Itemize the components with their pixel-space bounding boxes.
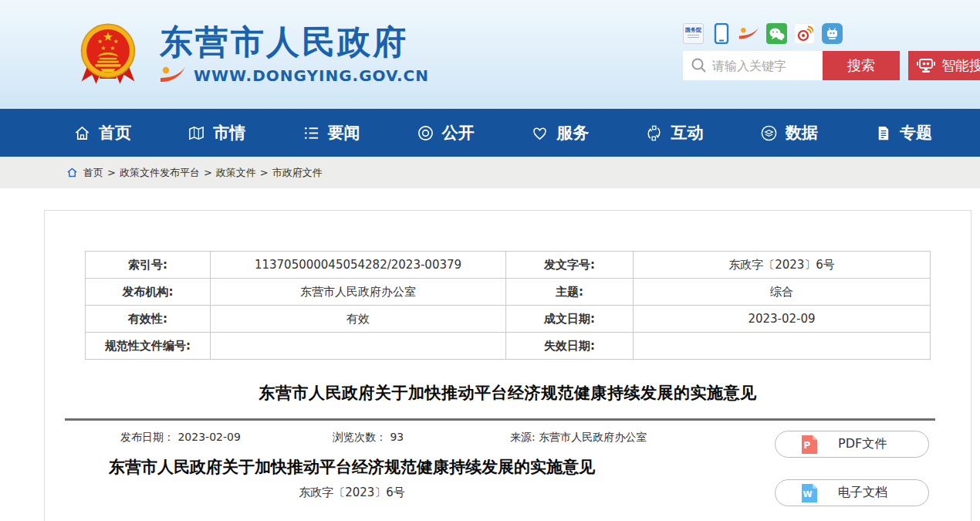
state-council-app-icon[interactable]: 国务院 (683, 23, 704, 44)
breadcrumb-separator: > (260, 167, 269, 178)
views-value: 93 (390, 431, 404, 443)
meta-value-topic: 综合 (634, 279, 931, 306)
meta-label-written-date: 成文日期: (506, 306, 634, 333)
quick-links: 国务院 (683, 23, 843, 44)
source-label: 来源: (510, 431, 536, 443)
nav-item-city[interactable]: 市情 (188, 122, 245, 144)
mobile-site-icon[interactable] (711, 23, 732, 44)
home-icon (73, 124, 91, 142)
publish-date-label: 发布日期： (120, 431, 174, 443)
table-row: 有效性: 有效 成文日期: 2023-02-09 (86, 306, 931, 333)
pdf-file-icon: P (801, 435, 818, 455)
breadcrumb-item-current: 市政府文件 (272, 166, 323, 180)
breadcrumb-item-home[interactable]: 首页 (83, 166, 103, 180)
smart-search-button[interactable]: 智能搜索 (908, 51, 980, 80)
svg-text:W: W (803, 489, 812, 499)
site-name: 东营市人民政府 (160, 24, 429, 60)
brand-swoosh-icon (160, 66, 186, 86)
table-row: 索引号: 113705000045054282/2023-00379 发文字号:… (86, 252, 931, 279)
meta-value-written-date: 2023-02-09 (634, 306, 931, 333)
nav-item-services[interactable]: 服务 (531, 122, 589, 144)
title-divider (65, 418, 935, 421)
brand-swoosh-icon[interactable] (738, 23, 759, 44)
breadcrumb-home-icon (66, 167, 78, 178)
word-file-icon: W (801, 483, 818, 503)
meta-label-validity: 有效性: (86, 306, 211, 333)
national-emblem-logo (75, 20, 141, 90)
breadcrumb-separator: > (204, 167, 212, 178)
site-brand[interactable]: 东营市人民政府 WWW.DONGYING.GOV.CN (75, 20, 429, 90)
main-nav: 首页 市情 要闻 公开 服务 互动 数据 专题 (0, 109, 980, 157)
breadcrumb-item-platform[interactable]: 政策文件发布平台 (120, 166, 200, 180)
meta-label-docnum: 发文字号: (506, 252, 634, 279)
nav-item-news[interactable]: 要闻 (302, 122, 360, 144)
data-layers-icon (760, 124, 778, 142)
pdf-button-label: PDF文件 (838, 436, 887, 452)
source-value: 东营市人民政府办公室 (539, 431, 647, 443)
nav-item-topics[interactable]: 专题 (874, 122, 932, 144)
svg-text:P: P (804, 440, 811, 451)
meta-label-expiry-date: 失效日期: (506, 333, 634, 360)
document-meta-table: 索引号: 113705000045054282/2023-00379 发文字号:… (85, 251, 931, 360)
meta-label-topic: 主题: (506, 279, 634, 306)
search-button[interactable]: 搜索 (823, 51, 900, 80)
weibo-icon[interactable] (794, 23, 815, 44)
breadcrumb-separator: > (107, 167, 116, 178)
publish-date-value: 2023-02-09 (177, 431, 240, 443)
document-card: 索引号: 113705000045054282/2023-00379 发文字号:… (44, 210, 972, 521)
document-title: 东营市人民政府关于加快推动平台经济规范健康持续发展的实施意见 (86, 456, 618, 478)
document-body: 东营市人民政府关于加快推动平台经济规范健康持续发展的实施意见 东政字〔2023〕… (86, 456, 618, 500)
interaction-arrows-icon (645, 124, 663, 142)
map-icon (188, 124, 205, 142)
breadcrumb: 首页 > 政策文件发布平台 > 政策文件 > 市政府文件 (0, 157, 980, 188)
breadcrumb-item-policy-files[interactable]: 政策文件 (216, 166, 256, 180)
search-box (683, 51, 823, 80)
meta-value-normative-number (211, 333, 506, 360)
meta-value-index: 113705000045054282/2023-00379 (211, 252, 506, 279)
meta-value-validity: 有效 (211, 306, 506, 333)
meta-value-publisher: 东营市人民政府办公室 (211, 279, 506, 306)
nav-item-disclosure[interactable]: 公开 (417, 122, 475, 144)
site-header: 东营市人民政府 WWW.DONGYING.GOV.CN 国务院 (0, 0, 980, 109)
topics-document-icon (874, 124, 892, 142)
nav-item-data[interactable]: 数据 (760, 122, 818, 144)
mobile-app-icon[interactable] (822, 23, 843, 44)
meta-value-expiry-date (634, 333, 931, 360)
meta-label-normative-number: 规范性文件编号: (86, 333, 211, 360)
wechat-icon[interactable] (766, 23, 787, 44)
news-list-icon (302, 124, 320, 142)
views-label: 浏览次数： (333, 431, 387, 443)
service-heart-icon (531, 124, 549, 142)
disclosure-eye-icon (417, 124, 434, 142)
search-icon (691, 57, 708, 74)
meta-value-docnum: 东政字〔2023〕6号 (634, 252, 931, 279)
meta-label-publisher: 发布机构: (86, 279, 211, 306)
word-button-label: 电子文档 (838, 485, 887, 501)
robot-icon (916, 56, 936, 76)
search-area: 搜索 智能搜索 (683, 51, 980, 80)
pdf-file-button[interactable]: P PDF文件 (775, 431, 929, 458)
meta-label-index: 索引号: (86, 252, 211, 279)
table-row: 规范性文件编号: 失效日期: (86, 333, 931, 360)
nav-item-home[interactable]: 首页 (73, 122, 131, 144)
smart-search-label: 智能搜索 (941, 56, 980, 75)
site-url: WWW.DONGYING.GOV.CN (194, 66, 429, 85)
document-number: 东政字〔2023〕6号 (86, 485, 618, 500)
table-row: 发布机构: 东营市人民政府办公室 主题: 综合 (86, 279, 931, 306)
word-file-button[interactable]: W 电子文档 (775, 479, 929, 506)
nav-item-interaction[interactable]: 互动 (645, 122, 703, 144)
article-title: 东营市人民政府关于加快推动平台经济规范健康持续发展的实施意见 (45, 382, 971, 404)
